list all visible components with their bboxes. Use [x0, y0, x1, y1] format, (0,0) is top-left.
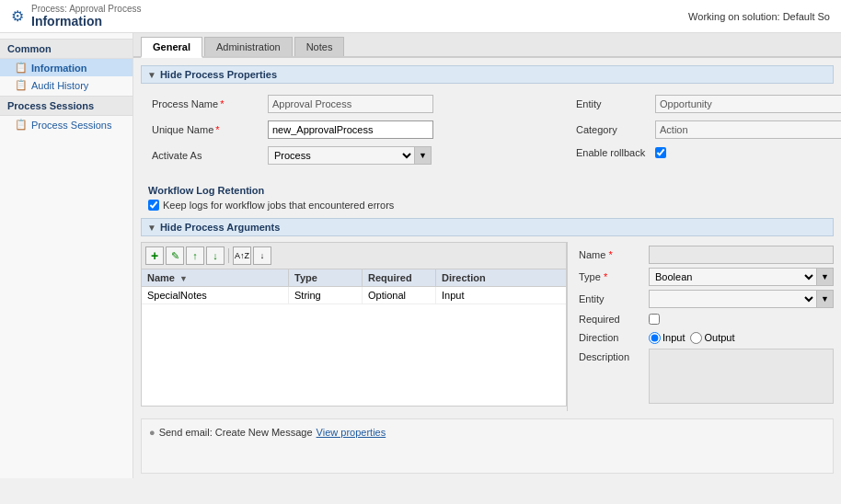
tab-bar: General Administration Notes	[133, 33, 841, 58]
step-item: ● Send email: Create New Message View pr…	[149, 427, 825, 438]
arg-description-label: Description	[575, 349, 649, 364]
radio-output-label: Output	[690, 332, 734, 344]
radio-input-label: Input	[649, 332, 685, 344]
entity-input[interactable]	[655, 95, 841, 113]
args-table: Name ▼ Type Required Direction SpecialNo…	[141, 269, 567, 407]
sort-desc-btn[interactable]: ↓	[253, 246, 271, 265]
category-label: Category	[572, 119, 655, 141]
sidebar-item-information[interactable]: 📋 Information	[0, 59, 132, 76]
sidebar: Common 📋 Information 📋 Audit History Pro…	[0, 33, 133, 478]
args-toolbar: + ✎ ↑ ↓ A↑Z ↓	[141, 242, 567, 269]
col-header-direction[interactable]: Direction	[436, 269, 510, 286]
process-sessions-icon: 📋	[15, 119, 28, 131]
arg-required-label: Required	[575, 312, 649, 326]
move-up-btn[interactable]: ↑	[186, 246, 204, 265]
entity-label: Entity	[572, 93, 655, 115]
sidebar-item-label-process-sessions: Process Sessions	[31, 120, 111, 131]
process-name-input[interactable]	[268, 95, 433, 113]
arg-entity-label: Entity	[575, 292, 649, 306]
edit-argument-btn[interactable]: ✎	[166, 246, 184, 265]
activate-as-arrow[interactable]: ▼	[415, 146, 432, 165]
col-header-required[interactable]: Required	[363, 269, 436, 286]
tab-general[interactable]: General	[141, 37, 202, 58]
content-area: General Administration Notes ▼ Hide Proc…	[133, 33, 841, 478]
table-row[interactable]: SpecialNotes String Optional Input	[142, 287, 566, 304]
unique-name-input[interactable]	[268, 120, 433, 139]
arg-description-textarea[interactable]	[649, 349, 834, 404]
step-text: Send email: Create New Message	[159, 427, 313, 438]
step-bullet: ●	[149, 427, 156, 438]
audit-icon: 📋	[15, 79, 28, 91]
information-icon: 📋	[15, 62, 28, 74]
step-section: ● Send email: Create New Message View pr…	[141, 418, 834, 474]
sidebar-item-label-information: Information	[31, 63, 87, 74]
arg-required-row: Required	[575, 312, 834, 326]
arg-type-label: Type *	[575, 269, 649, 284]
right-form-properties: Entity Category	[565, 89, 834, 161]
process-properties-header[interactable]: ▼ Hide Process Properties	[141, 65, 834, 84]
radio-output[interactable]	[690, 332, 702, 344]
category-input[interactable]	[655, 120, 841, 139]
toggle-icon-arguments: ▼	[147, 223, 156, 233]
activate-as-field: Process ▼	[268, 144, 550, 166]
arg-description-row: Description	[575, 349, 834, 404]
arg-direction-label: Direction	[575, 330, 649, 345]
cell-direction: Input	[436, 287, 510, 304]
arg-name-row: Name *	[575, 246, 834, 264]
enable-rollback-checkbox[interactable]	[655, 147, 666, 158]
argument-right-panel: Name * Type *	[575, 242, 834, 411]
left-form: Process Name * Unique Name *	[141, 89, 550, 174]
process-arguments-header[interactable]: ▼ Hide Process Arguments	[141, 218, 834, 236]
header-process-icon: ⚙	[11, 7, 24, 25]
toolbar-sep	[228, 248, 229, 263]
arg-required-checkbox[interactable]	[649, 314, 660, 325]
arg-type-select[interactable]: Boolean	[649, 268, 817, 286]
arg-entity-row: Entity ▼	[575, 290, 834, 308]
unique-name-required: *	[215, 124, 219, 135]
workflow-log-label: Keep logs for workflow jobs that encount…	[163, 200, 394, 211]
arg-type-select-wrap: Boolean ▼	[649, 268, 834, 286]
view-properties-link[interactable]: View properties	[317, 427, 386, 438]
move-down-btn[interactable]: ↓	[206, 246, 225, 265]
sidebar-item-process-sessions[interactable]: 📋 Process Sessions	[0, 116, 132, 133]
page-header: ⚙ Process: Approval Process Information …	[0, 0, 841, 33]
workflow-log-row: Keep logs for workflow jobs that encount…	[148, 200, 826, 211]
unique-name-field	[268, 119, 550, 141]
col-header-type[interactable]: Type	[289, 269, 363, 286]
process-arguments-label: Hide Process Arguments	[160, 222, 280, 233]
category-field	[655, 119, 841, 141]
arg-name-required: *	[608, 249, 612, 260]
tab-notes[interactable]: Notes	[294, 37, 345, 56]
arg-entity-arrow[interactable]: ▼	[817, 290, 834, 308]
arg-name-input[interactable]	[649, 246, 834, 264]
arg-type-arrow[interactable]: ▼	[817, 268, 834, 286]
unique-name-label: Unique Name *	[148, 119, 268, 141]
activate-as-label: Activate As	[148, 144, 268, 166]
entity-field	[655, 93, 841, 115]
process-name-label: Process Name *	[148, 93, 268, 115]
arg-type-row: Type * Boolean ▼	[575, 268, 834, 286]
sidebar-section-common: Common	[0, 39, 132, 59]
arg-direction-row: Direction Input Output	[575, 330, 834, 345]
enable-rollback-label: Enable rollback	[572, 144, 655, 161]
activate-as-select[interactable]: Process	[268, 146, 415, 165]
add-argument-btn[interactable]: +	[145, 246, 164, 265]
arg-entity-select[interactable]	[649, 290, 817, 308]
process-name-required: *	[220, 98, 224, 109]
sidebar-item-label-audit: Audit History	[31, 80, 88, 91]
sidebar-item-audit-history[interactable]: 📋 Audit History	[0, 76, 132, 94]
sort-asc-btn[interactable]: A↑Z	[233, 246, 251, 265]
args-table-header: Name ▼ Type Required Direction	[142, 269, 566, 287]
page-title: Information	[31, 14, 142, 29]
workflow-log-checkbox[interactable]	[148, 200, 159, 211]
tab-administration[interactable]: Administration	[204, 37, 293, 56]
radio-input[interactable]	[649, 332, 661, 344]
radio-output-text: Output	[704, 332, 734, 343]
col-header-name[interactable]: Name ▼	[142, 269, 289, 286]
process-properties-label: Hide Process Properties	[160, 69, 277, 80]
toggle-icon-properties: ▼	[147, 70, 156, 80]
cell-type: String	[289, 287, 363, 304]
process-name-field	[268, 93, 550, 115]
working-on-text: Working on solution: Default So	[688, 11, 830, 22]
workflow-log-title: Workflow Log Retention	[148, 185, 826, 196]
